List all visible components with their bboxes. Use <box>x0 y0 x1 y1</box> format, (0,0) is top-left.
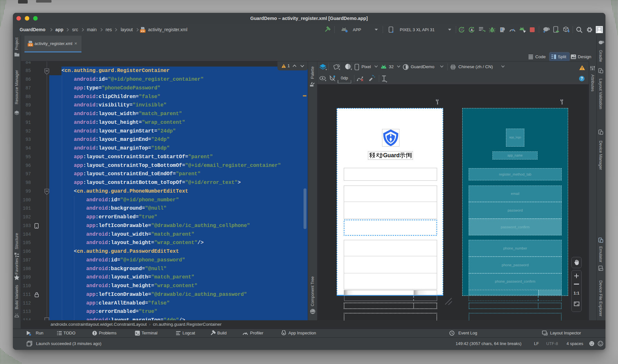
svg-text:A: A <box>471 28 473 32</box>
svg-text:<>: <> <box>29 43 33 47</box>
svg-text:<>: <> <box>141 30 145 33</box>
